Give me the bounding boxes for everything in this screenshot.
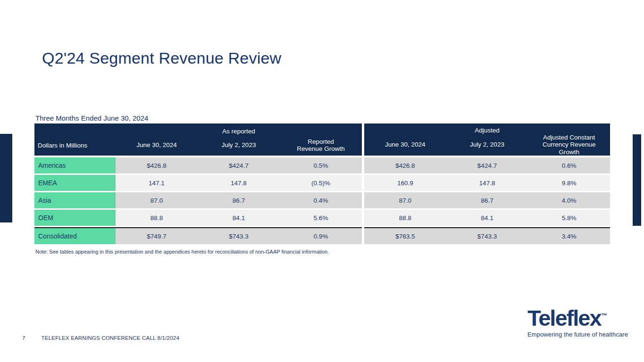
cell-value: 84.1 [446, 210, 528, 226]
cell-value: $749.7 [116, 228, 198, 244]
cell-value: 0.9% [280, 228, 362, 244]
table-half-adjusted: Adjusted June 30, 2024 July 2, 2023 Adju… [364, 123, 610, 244]
cell-value: $743.3 [198, 228, 280, 244]
table-row: 160.9 147.8 9.8% [364, 175, 610, 191]
cell-value: 160.9 [364, 175, 446, 191]
cell-value: 4.0% [528, 192, 610, 208]
table-half-as-reported: As reported Dollars in Millions June 30,… [34, 123, 362, 244]
column-header-row: June 30, 2024 July 2, 2023 Adjusted Cons… [364, 134, 610, 156]
cell-value: 86.7 [198, 192, 280, 208]
left-accent-bar [0, 134, 12, 222]
group-header-adjusted: Adjusted [364, 123, 610, 134]
column-header-dollars-in-millions: Dollars in Millions [34, 142, 116, 149]
table-header-adjusted: Adjusted June 30, 2024 July 2, 2023 Adju… [364, 123, 610, 156]
table-row: Asia 87.0 86.7 0.4% [34, 192, 362, 208]
table-header-as-reported: As reported Dollars in Millions June 30,… [34, 123, 362, 156]
table-row: EMEA 147.1 147.8 (0.5)% [34, 175, 362, 191]
table-row-total: Consolidated $749.7 $743.3 0.9% [34, 227, 362, 244]
presentation-slide: Q2'24 Segment Revenue Review Three Month… [0, 0, 644, 362]
cell-value: 0.5% [280, 157, 362, 173]
row-label-oem: OEM [34, 210, 116, 226]
wordmark-text: Teleflex [527, 305, 601, 330]
cell-value: 88.8 [364, 210, 446, 226]
cell-value: 0.4% [280, 192, 362, 208]
row-label-consolidated: Consolidated [34, 228, 116, 244]
table-row: 87.0 86.7 4.0% [364, 192, 610, 208]
non-gaap-note: Note: See tables appearing in this prese… [35, 249, 329, 255]
page-number: 7 [22, 335, 25, 341]
cell-value: 147.8 [446, 175, 528, 191]
column-header-adjusted-constant-currency: Adjusted Constant Currency Revenue Growt… [528, 134, 610, 156]
column-header-july-2-2023: July 2, 2023 [198, 141, 280, 149]
cell-value: 87.0 [364, 192, 446, 208]
table-row: 88.8 84.1 5.8% [364, 210, 610, 226]
column-header-july-2-2023-adjusted: July 2, 2023 [446, 141, 528, 148]
cell-value: 84.1 [198, 210, 280, 226]
table-row-total: $763.5 $743.3 3.4% [364, 227, 610, 244]
segment-revenue-table: As reported Dollars in Millions June 30,… [34, 123, 610, 244]
table-caption: Three Months Ended June 30, 2024 [35, 114, 148, 122]
cell-value: $426.8 [116, 157, 198, 173]
group-header-as-reported: As reported [116, 123, 362, 135]
cell-value: $424.7 [198, 157, 280, 173]
page-title: Q2'24 Segment Revenue Review [42, 49, 281, 67]
cell-value: 147.8 [198, 175, 280, 191]
teleflex-wordmark: Teleflex™ [527, 306, 628, 329]
logo-tagline: Empowering the future of healthcare [527, 331, 628, 338]
table-row: $426.8 $424.7 0.6% [364, 157, 610, 173]
cell-value: $426.8 [364, 157, 446, 173]
row-label-americas: Americas [34, 157, 116, 173]
cell-value: $763.5 [364, 228, 446, 244]
cell-value: 5.8% [528, 210, 610, 226]
footer-text: TELEFLEX EARNINGS CONFERENCE CALL 8/1/20… [42, 335, 179, 341]
teleflex-logo: Teleflex™ Empowering the future of healt… [527, 306, 628, 338]
cell-value: 88.8 [116, 210, 198, 226]
row-label-asia: Asia [34, 192, 116, 208]
table-row: Americas $426.8 $424.7 0.5% [34, 157, 362, 173]
cell-value: 0.6% [528, 157, 610, 173]
cell-value: 5.6% [280, 210, 362, 226]
cell-value: 9.8% [528, 175, 610, 191]
cell-value: 3.4% [528, 228, 610, 244]
right-accent-bar [633, 134, 641, 226]
cell-value: 86.7 [446, 192, 528, 208]
slide-footer: 7TELEFLEX EARNINGS CONFERENCE CALL 8/1/2… [22, 335, 179, 341]
row-label-emea: EMEA [34, 175, 116, 191]
column-header-june-30-2024: June 30, 2024 [116, 141, 198, 149]
cell-value: 87.0 [116, 192, 198, 208]
cell-value: $424.7 [446, 157, 528, 173]
column-header-row: Dollars in Millions June 30, 2024 July 2… [34, 135, 362, 156]
trademark-symbol: ™ [602, 312, 608, 319]
cell-value: 147.1 [116, 175, 198, 191]
cell-value: (0.5)% [280, 175, 362, 191]
column-header-june-30-2024-adjusted: June 30, 2024 [364, 141, 446, 148]
table-row: OEM 88.8 84.1 5.6% [34, 210, 362, 226]
column-header-reported-revenue-growth: Reported Revenue Growth [280, 138, 362, 153]
cell-value: $743.3 [446, 228, 528, 244]
